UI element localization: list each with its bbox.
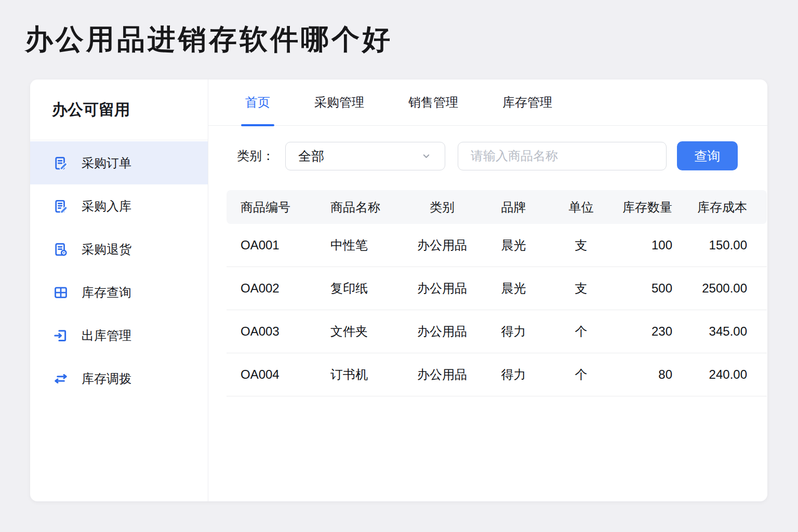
doc-return-icon [53,242,69,257]
sidebar-item-label: 采购退货 [82,241,131,258]
cell-stock-cost: 2500.00 [681,267,767,310]
cell-brand: 晨光 [484,267,543,310]
cell-stock-cost: 150.00 [681,224,767,267]
sidebar-item-label: 采购订单 [82,155,131,171]
cell-category: 办公用品 [401,353,484,396]
sidebar-item-purchase-return[interactable]: 采购退货 [30,228,208,271]
sidebar-item-stock-query[interactable]: 库存查询 [30,271,208,314]
cell-product-code: OA004 [227,353,315,396]
column-header-unit: 单位 [543,190,619,224]
cell-product-name: 复印纸 [315,267,401,310]
cell-stock-cost: 240.00 [681,353,767,396]
column-header-stock-quantity: 库存数量 [619,190,681,224]
cell-product-code: OA002 [227,267,315,310]
product-table: 商品编号 商品名称 类别 品牌 单位 库存数量 库存成本 OA001 中性笔 办… [227,190,767,396]
column-header-brand: 品牌 [484,190,543,224]
cell-product-name: 文件夹 [315,310,401,353]
table-header: 商品编号 商品名称 类别 品牌 单位 库存数量 库存成本 [227,190,767,224]
sidebar-item-purchase-order[interactable]: 采购订单 [30,141,208,184]
sidebar-item-purchase-inbound[interactable]: 采购入库 [30,184,208,228]
cell-product-name: 中性笔 [315,224,401,267]
cell-product-name: 订书机 [315,353,401,396]
doc-pencil-icon [53,155,69,171]
search-input[interactable] [458,142,667,170]
grid-icon [53,285,69,300]
cell-unit: 支 [543,267,619,310]
tab-bar: 首页 采购管理 销售管理 库存管理 [208,79,767,126]
sidebar: 办公可留用 采购订单 [30,79,208,501]
cell-brand: 得力 [484,353,543,396]
cell-unit: 个 [543,353,619,396]
cell-stock-cost: 345.00 [681,310,767,353]
brand-title: 办公可留用 [30,79,208,140]
cell-unit: 个 [543,310,619,353]
cell-brand: 晨光 [484,224,543,267]
category-label: 类别： [237,148,274,164]
table-row: OA004 订书机 办公用品 得力 个 80 240.00 [227,353,767,396]
outbound-icon [53,328,69,343]
table-row: OA003 文件夹 办公用品 得力 个 230 345.00 [227,310,767,353]
sidebar-item-stock-transfer[interactable]: 库存调拨 [30,357,208,400]
cell-stock-quantity: 230 [619,310,681,353]
filter-bar: 类别： 全部 查询 [208,141,767,170]
app-window: 办公可留用 采购订单 [30,79,767,501]
search-button[interactable]: 查询 [677,141,738,170]
cell-stock-quantity: 100 [619,224,681,267]
category-select-value: 全部 [298,148,324,165]
tab-inventory-management[interactable]: 库存管理 [502,79,552,125]
sidebar-item-label: 库存查询 [82,284,131,301]
tab-home[interactable]: 首页 [245,79,270,125]
cell-stock-quantity: 80 [619,353,681,396]
tab-sales-management[interactable]: 销售管理 [408,79,458,125]
doc-pencil-icon [53,198,69,214]
sidebar-item-label: 采购入库 [82,198,131,215]
sidebar-item-outbound-management[interactable]: 出库管理 [30,314,208,357]
cell-stock-quantity: 500 [619,267,681,310]
column-header-product-name: 商品名称 [315,190,401,224]
product-table-container: 商品编号 商品名称 类别 品牌 单位 库存数量 库存成本 OA001 中性笔 办… [227,190,767,396]
cell-unit: 支 [543,224,619,267]
column-header-stock-cost: 库存成本 [681,190,767,224]
sidebar-item-label: 库存调拨 [82,370,131,387]
cell-brand: 得力 [484,310,543,353]
main-panel: 首页 采购管理 销售管理 库存管理 类别： 全部 查询 [208,79,767,501]
page-title: 办公用品进销存软件哪个好 [25,21,393,59]
cell-category: 办公用品 [401,267,484,310]
sidebar-item-label: 出库管理 [82,327,131,344]
sidebar-nav: 采购订单 采购入库 [30,140,208,400]
column-header-product-code: 商品编号 [227,190,315,224]
column-header-category: 类别 [401,190,484,224]
cell-category: 办公用品 [401,224,484,267]
category-select[interactable]: 全部 [285,142,445,170]
table-row: OA001 中性笔 办公用品 晨光 支 100 150.00 [227,224,767,267]
cell-product-code: OA003 [227,310,315,353]
tab-purchase-management[interactable]: 采购管理 [314,79,364,125]
table-row: OA002 复印纸 办公用品 晨光 支 500 2500.00 [227,267,767,310]
chevron-down-icon [421,151,431,161]
cell-category: 办公用品 [401,310,484,353]
cell-product-code: OA001 [227,224,315,267]
transfer-arrows-icon [53,371,69,387]
